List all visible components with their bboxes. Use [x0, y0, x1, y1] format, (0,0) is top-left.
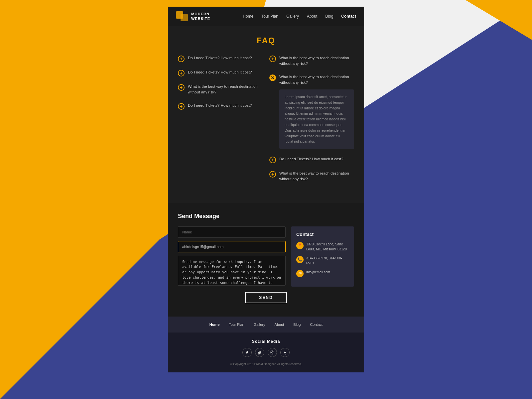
footer-bottom: Social Media	[168, 332, 364, 372]
social-media-title: Social Media	[178, 339, 354, 344]
faq-title: FAQ	[178, 36, 354, 45]
faq-close-icon-r2[interactable]: ✕	[269, 74, 276, 81]
faq-item-r4: + What is the best way to reach destinat…	[269, 171, 354, 182]
faq-col-right: + What is the best way to reach destinat…	[269, 55, 354, 190]
faq-item-r1: + What is the best way to reach destinat…	[269, 55, 354, 67]
svg-rect-0	[271, 351, 274, 354]
contact-address-item: 📍 1379 Contrill Lane, Saint Louis, MO, M…	[296, 242, 349, 252]
contact-info-title: Contact	[296, 232, 349, 237]
contact-phone: 314-385-5978, 314-508-6519	[306, 256, 349, 266]
faq-item: + Do I need Tickets? How much it cost?	[178, 103, 263, 110]
footer-nav-about[interactable]: About	[275, 323, 284, 327]
nav-contact[interactable]: Contact	[341, 14, 356, 19]
social-icons	[178, 348, 354, 357]
main-card: MODERN WEBSITE Home Tour Plan Gallery Ab…	[168, 7, 364, 372]
footer-nav-home[interactable]: Home	[209, 323, 220, 327]
faq-question-4: Do I need Tickets? How much it cost?	[188, 103, 252, 108]
footer-nav-blog[interactable]: Blog	[293, 323, 301, 327]
faq-answer-box: Lorem ipsum dolor sit amet, consectetur …	[279, 89, 354, 149]
nav-about[interactable]: About	[307, 14, 317, 19]
location-icon: 📍	[296, 242, 304, 249]
phone-icon: 📞	[296, 256, 304, 263]
footer-nav-contact[interactable]: Contact	[310, 323, 323, 327]
faq-plus-icon-3[interactable]: +	[178, 84, 185, 91]
logo-icon	[176, 11, 188, 21]
faq-question-r4: What is the best way to reach destinatio…	[279, 171, 354, 182]
svg-point-2	[273, 351, 274, 351]
name-input[interactable]	[178, 226, 286, 238]
navbar: MODERN WEBSITE Home Tour Plan Gallery Ab…	[168, 7, 364, 26]
faq-question-2: Do I need Tickets? How much it cost?	[188, 69, 252, 75]
faq-section: FAQ + Do I need Tickets? How much it cos…	[168, 26, 364, 203]
faq-answer-text: Lorem ipsum dolor sit amet, consectetur …	[285, 94, 349, 144]
faq-question-3: What is the best way to reach destinatio…	[188, 84, 263, 95]
contact-info-box: Contact 📍 1379 Contrill Lane, Saint Loui…	[291, 226, 354, 287]
faq-plus-icon-r1[interactable]: +	[269, 56, 276, 62]
svg-point-1	[272, 351, 273, 353]
faq-question-r1: What is the best way to reach destinatio…	[279, 55, 354, 67]
faq-columns: + Do I need Tickets? How much it cost? +…	[178, 55, 354, 190]
logo-text: MODERN WEBSITE	[191, 12, 210, 21]
logo-area: MODERN WEBSITE	[176, 11, 210, 21]
nav-tourplan[interactable]: Tour Plan	[261, 14, 278, 19]
faq-item: + Do I need Tickets? How much it cost?	[178, 69, 263, 76]
facebook-icon[interactable]	[242, 348, 252, 357]
outer-page: MODERN WEBSITE Home Tour Plan Gallery Ab…	[0, 0, 532, 399]
footer-nav: Home Tour Plan Gallery About Blog Contac…	[168, 317, 364, 332]
email-input[interactable]	[178, 241, 286, 252]
logo-line1: MODERN	[191, 12, 210, 16]
faq-item-r3: + Do I need Tickets? How much it cost?	[269, 156, 354, 163]
nav-blog[interactable]: Blog	[325, 14, 333, 19]
faq-item: + What is the best way to reach destinat…	[178, 84, 263, 95]
contact-flex: Contact 📍 1379 Contrill Lane, Saint Loui…	[178, 226, 354, 287]
contact-phone-item: 📞 314-385-5978, 314-508-6519	[296, 256, 349, 266]
send-message-title: Send Message	[178, 213, 354, 220]
nav-gallery[interactable]: Gallery	[286, 14, 299, 19]
logo-square-2	[181, 14, 188, 21]
faq-question-r3: Do I need Tickets? How much it cost?	[279, 156, 343, 162]
faq-plus-icon-4[interactable]: +	[178, 103, 185, 110]
contact-email: info@email.com	[306, 270, 330, 275]
footer-nav-gallery[interactable]: Gallery	[254, 323, 265, 327]
faq-plus-icon-1[interactable]: +	[178, 56, 185, 62]
faq-plus-icon-r4[interactable]: +	[269, 171, 276, 178]
faq-question-1: Do I need Tickets? How much it cost?	[188, 55, 252, 61]
instagram-icon[interactable]	[268, 348, 277, 357]
message-textarea[interactable]	[178, 256, 286, 286]
twitter-icon[interactable]	[255, 348, 264, 357]
logo-line2: WEBSITE	[191, 16, 210, 21]
nav-home[interactable]: Home	[243, 14, 253, 19]
faq-col-left: + Do I need Tickets? How much it cost? +…	[178, 55, 263, 190]
nav-links: Home Tour Plan Gallery About Blog Contac…	[243, 14, 356, 19]
faq-item-r2: ✕ What is the best way to reach destinat…	[269, 74, 354, 86]
faq-item: + Do I need Tickets? How much it cost?	[178, 55, 263, 62]
faq-question-r2: What is the best way to reach destinatio…	[279, 74, 354, 86]
footer-nav-tourplan[interactable]: Tour Plan	[229, 323, 244, 327]
contact-section: Send Message Contact 📍 1379 Contrill Lan…	[168, 203, 364, 317]
faq-plus-icon-2[interactable]: +	[178, 70, 185, 76]
faq-plus-icon-r3[interactable]: +	[269, 157, 276, 163]
form-area	[178, 226, 286, 287]
contact-address: 1379 Contrill Lane, Saint Louis, MO, Mis…	[306, 242, 349, 252]
tumblr-icon[interactable]	[280, 348, 290, 357]
copyright: © Copyright 2018 Broold Designer. All ri…	[178, 362, 354, 366]
email-icon: ✉	[296, 270, 304, 277]
contact-email-item: ✉ info@email.com	[296, 270, 349, 277]
send-button-wrapper: SEND	[178, 292, 354, 303]
send-button[interactable]: SEND	[245, 292, 287, 303]
